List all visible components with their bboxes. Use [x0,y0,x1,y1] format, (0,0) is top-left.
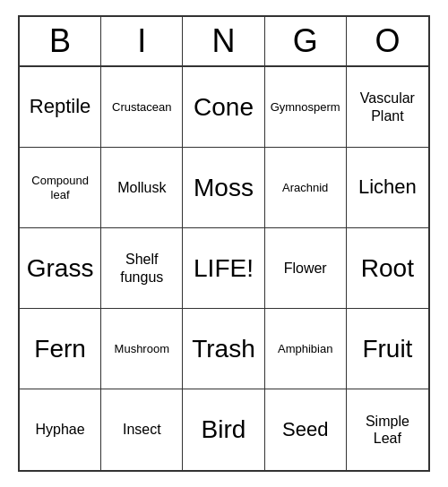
bingo-cell: Moss [183,148,264,228]
cell-label: Mollusk [117,179,166,196]
bingo-cell: Lichen [347,148,428,228]
bingo-cell: Hyphae [20,389,101,470]
cell-label: Lichen [358,175,417,199]
bingo-cell: Trash [183,309,264,389]
bingo-cell: Amphibian [265,309,347,389]
cell-label: LIFE! [194,253,254,284]
bingo-cell: Fern [20,309,101,389]
cell-label: Insect [123,421,161,438]
cell-label: Grass [27,253,94,284]
header-letter: N [183,17,264,65]
cell-label: Fern [34,334,86,364]
bingo-cell: Mushroom [101,309,183,389]
cell-label: Compound leaf [23,174,97,201]
header-letter: I [101,17,183,65]
bingo-cell: Reptile [20,67,101,148]
header-letter: G [265,17,347,65]
bingo-grid: ReptileCrustaceanConeGymnospermVascular … [20,67,428,470]
bingo-cell: Bird [183,389,264,470]
cell-label: Hyphae [36,421,85,438]
cell-label: Crustacean [112,100,171,115]
cell-label: Simple Leaf [350,413,425,447]
bingo-cell: Gymnosperm [265,67,347,148]
bingo-cell: Shelf fungus [101,228,183,309]
cell-label: Fruit [362,334,412,364]
bingo-cell: Root [347,228,428,309]
bingo-cell: Seed [265,389,347,470]
cell-label: Vascular Plant [350,90,425,124]
bingo-cell: Fruit [347,309,428,389]
bingo-cell: Mollusk [101,148,183,228]
cell-label: Shelf fungus [105,251,178,285]
cell-label: Gymnosperm [271,100,340,115]
bingo-cell: LIFE! [183,228,264,309]
cell-label: Flower [284,260,327,277]
bingo-cell: Cone [183,67,264,148]
bingo-cell: Insect [101,389,183,470]
bingo-cell: Grass [20,228,101,309]
cell-label: Reptile [30,95,90,118]
header-letter: B [20,17,101,65]
cell-label: Bird [202,414,246,445]
cell-label: Seed [282,418,328,441]
bingo-cell: Simple Leaf [347,389,428,470]
cell-label: Cone [194,92,254,123]
bingo-cell: Flower [265,228,347,309]
cell-label: Root [361,253,414,284]
bingo-header: BINGO [20,17,428,67]
cell-label: Mushroom [115,342,169,356]
bingo-cell: Arachnid [265,148,347,228]
cell-label: Amphibian [278,342,332,356]
header-letter: O [347,17,428,65]
cell-label: Arachnid [282,181,328,195]
bingo-cell: Vascular Plant [347,67,428,148]
bingo-cell: Compound leaf [20,148,101,228]
cell-label: Trash [192,334,255,364]
cell-label: Moss [194,173,254,203]
bingo-cell: Crustacean [101,67,183,148]
bingo-card: BINGO ReptileCrustaceanConeGymnospermVas… [18,15,430,472]
